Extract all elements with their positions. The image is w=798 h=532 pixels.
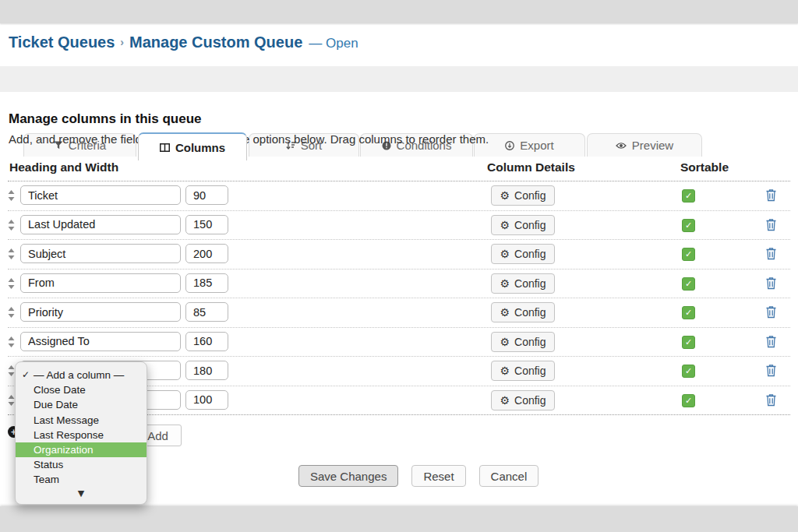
drag-handle-icon[interactable]: [8, 336, 19, 347]
table-row: ⚙Config ✓: [8, 211, 790, 241]
dropdown-item[interactable]: Status: [16, 457, 147, 472]
column-width-input[interactable]: [185, 215, 228, 234]
delete-row-button[interactable]: [765, 305, 778, 319]
page-title: Manage Custom Queue: [129, 33, 302, 51]
config-label: Config: [514, 219, 546, 231]
config-label: Config: [514, 394, 546, 407]
tab-preview[interactable]: Preview: [587, 133, 702, 157]
browser-chrome-bottom: [0, 506, 798, 532]
config-button[interactable]: ⚙Config: [491, 332, 555, 352]
column-width-input[interactable]: [185, 273, 228, 293]
tab-export[interactable]: Export: [474, 133, 585, 157]
dropdown-scroll-down-icon[interactable]: ▼: [16, 488, 147, 500]
dropdown-item-label: Last Response: [34, 429, 104, 441]
add-column-dropdown: ✓— Add a column — Close Date Due Date La…: [15, 361, 147, 505]
reset-button[interactable]: Reset: [411, 465, 465, 487]
tab-columns[interactable]: Columns: [138, 132, 247, 160]
dropdown-item[interactable]: Due Date: [16, 397, 147, 412]
config-label: Config: [514, 189, 546, 202]
gear-icon: ⚙: [500, 220, 510, 231]
table-row: ⚙Config ✓: [8, 298, 790, 328]
check-icon: ✓: [685, 338, 692, 347]
delete-row-button[interactable]: [765, 393, 778, 407]
drag-handle-icon[interactable]: [8, 248, 19, 259]
header-heading-and-width: Heading and Width: [9, 160, 118, 174]
save-changes-button[interactable]: Save Changes: [298, 465, 398, 487]
config-button[interactable]: ⚙Config: [491, 361, 555, 381]
config-button[interactable]: ⚙Config: [491, 215, 555, 235]
column-width-input[interactable]: [185, 390, 228, 410]
table-row: ⚙Config ✓: [8, 240, 790, 270]
browser-chrome-top: [0, 0, 798, 23]
cancel-button[interactable]: Cancel: [479, 465, 539, 487]
config-button[interactable]: ⚙Config: [491, 390, 555, 410]
breadcrumb: Ticket Queues›Manage Custom Queue— Open: [9, 33, 358, 51]
dropdown-item[interactable]: Last Message: [16, 413, 147, 428]
check-icon: ✓: [685, 396, 692, 405]
queue-status-label: — Open: [309, 36, 358, 51]
dropdown-item[interactable]: ✓— Add a column —: [16, 368, 147, 382]
sortable-checkbox[interactable]: ✓: [682, 277, 695, 291]
dropdown-item[interactable]: Last Response: [16, 428, 147, 442]
column-heading-input[interactable]: [20, 302, 181, 322]
dropdown-item[interactable]: Close Date: [16, 382, 147, 397]
config-button[interactable]: ⚙Config: [491, 273, 555, 294]
column-width-input[interactable]: [185, 302, 228, 322]
config-button[interactable]: ⚙Config: [491, 302, 555, 322]
config-label: Config: [514, 248, 546, 260]
sortable-checkbox[interactable]: ✓: [682, 394, 695, 407]
dropdown-item-label: Organization: [34, 444, 94, 456]
drag-handle-icon[interactable]: [8, 307, 19, 318]
column-width-input[interactable]: [185, 244, 228, 263]
gear-icon: ⚙: [500, 278, 510, 289]
form-actions: Save Changes Reset Cancel: [298, 465, 538, 487]
dropdown-item-label: Last Message: [34, 414, 99, 426]
delete-row-button[interactable]: [765, 218, 778, 231]
column-heading-input[interactable]: [20, 273, 181, 293]
column-heading-input[interactable]: [20, 185, 181, 205]
download-circle-icon: [505, 141, 514, 150]
config-button[interactable]: ⚙Config: [491, 185, 555, 206]
sortable-checkbox[interactable]: ✓: [682, 336, 695, 349]
gear-icon: ⚙: [500, 336, 510, 347]
dropdown-item-label: Close Date: [34, 384, 86, 396]
drag-handle-icon[interactable]: [8, 190, 19, 201]
check-icon: ✓: [685, 367, 692, 375]
sortable-checkbox[interactable]: ✓: [682, 219, 695, 232]
config-button[interactable]: ⚙Config: [491, 244, 555, 264]
breadcrumb-separator-icon: ›: [120, 36, 124, 48]
column-width-input[interactable]: [185, 361, 228, 380]
column-heading-input[interactable]: [20, 244, 181, 263]
table-row: ⚙Config ✓: [8, 328, 790, 358]
delete-row-button[interactable]: [765, 335, 778, 348]
config-label: Config: [514, 306, 546, 319]
sortable-checkbox[interactable]: ✓: [682, 306, 695, 319]
dropdown-item-label: Status: [34, 459, 63, 470]
tab-label: Columns: [175, 141, 225, 154]
breadcrumb-section[interactable]: Ticket Queues: [9, 33, 115, 51]
column-heading-input[interactable]: [20, 215, 181, 234]
drag-handle-icon[interactable]: [8, 220, 19, 231]
dropdown-item[interactable]: Team: [16, 472, 147, 487]
check-icon: ✓: [685, 308, 692, 317]
gear-icon: ⚙: [500, 190, 510, 201]
delete-row-button[interactable]: [765, 247, 778, 260]
column-width-input[interactable]: [185, 332, 228, 351]
table-header-row: Heading and Width Column Details Sortabl…: [8, 160, 790, 181]
dropdown-item-highlighted[interactable]: Organization: [16, 442, 147, 457]
tab-label: Preview: [632, 139, 673, 152]
section-heading: Manage columns in this queue: [9, 111, 201, 127]
delete-row-button[interactable]: [765, 277, 778, 290]
column-heading-input[interactable]: [20, 332, 181, 351]
gear-icon: ⚙: [500, 307, 510, 318]
column-width-input[interactable]: [185, 185, 228, 205]
selected-check-icon: ✓: [22, 368, 30, 382]
header-column-details: Column Details: [487, 160, 575, 174]
sortable-checkbox[interactable]: ✓: [682, 248, 695, 261]
gear-icon: ⚙: [500, 248, 510, 259]
delete-row-button[interactable]: [765, 188, 778, 202]
drag-handle-icon[interactable]: [8, 278, 19, 289]
sortable-checkbox[interactable]: ✓: [682, 365, 695, 378]
delete-row-button[interactable]: [765, 364, 778, 377]
sortable-checkbox[interactable]: ✓: [682, 189, 695, 203]
